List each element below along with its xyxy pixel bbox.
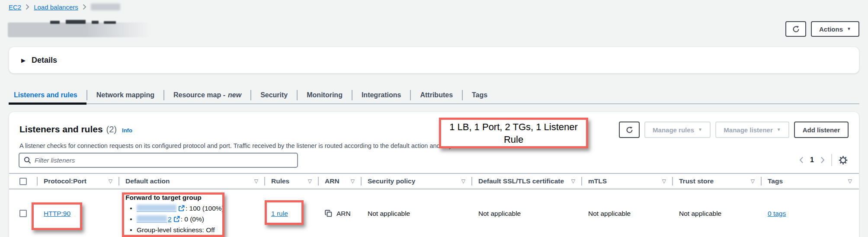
- sort-icon[interactable]: ▽: [659, 178, 666, 184]
- trust-store-value: Not applicable: [679, 210, 721, 217]
- tab-attributes[interactable]: Attributes: [411, 86, 462, 104]
- tab-bar: Listeners and rules Network mapping Reso…: [9, 86, 859, 104]
- target-group-item: • : 100 (100%): [125, 203, 258, 214]
- actions-button-label: Actions: [819, 26, 843, 33]
- target-group-weight: : 100 (100%): [186, 205, 224, 212]
- tab-monitoring[interactable]: Monitoring: [298, 86, 352, 104]
- target-group-link-redacted[interactable]: [137, 205, 176, 212]
- pagination: 1: [799, 154, 848, 166]
- refresh-button[interactable]: [785, 21, 806, 37]
- mtls-value: Not applicable: [588, 210, 631, 217]
- details-title: Details: [32, 56, 57, 65]
- sort-icon[interactable]: ▽: [458, 178, 465, 184]
- column-header-rules: Rules: [271, 177, 289, 185]
- chevron-down-icon: ▼: [698, 128, 702, 132]
- sort-icon[interactable]: ▽: [747, 178, 755, 184]
- refresh-icon: [792, 26, 800, 33]
- filter-listeners-box: [19, 153, 298, 168]
- tab-resource-map[interactable]: Resource map -new: [164, 86, 250, 104]
- column-header-trust-store: Trust store: [679, 177, 714, 185]
- tab-integrations[interactable]: Integrations: [352, 86, 410, 104]
- new-badge: new: [228, 91, 241, 99]
- forward-heading: Forward to target group: [125, 194, 258, 202]
- sort-icon[interactable]: ▽: [568, 178, 575, 184]
- breadcrumb-link-ec2[interactable]: EC2: [9, 3, 21, 11]
- ssl-certificate-value: Not applicable: [478, 210, 521, 217]
- previous-page-icon[interactable]: [799, 157, 804, 163]
- filter-listeners-input[interactable]: [35, 157, 293, 164]
- add-listener-button[interactable]: Add listener: [794, 122, 849, 138]
- details-expander[interactable]: ▶ Details: [9, 47, 859, 74]
- listeners-table: Protocol:Port▽ Default action▽ Rules▽ AR…: [9, 173, 859, 237]
- search-icon: [24, 157, 31, 164]
- security-policy-value: Not applicable: [368, 210, 410, 217]
- column-header-default-action: Default action: [125, 177, 170, 185]
- sort-icon[interactable]: ▽: [304, 178, 312, 184]
- sort-icon[interactable]: ▽: [251, 178, 258, 184]
- column-header-ssl-certificate: Default SSL/TLS certificate: [478, 177, 564, 185]
- expand-arrow-icon: ▶: [21, 57, 26, 64]
- panel-buttons: Manage rules ▼ Manage listener ▼ Add lis…: [619, 122, 849, 138]
- listeners-panel: Listeners and rules (2) Info Manage rule…: [9, 112, 859, 237]
- tab-listeners-and-rules[interactable]: Listeners and rules: [9, 86, 86, 104]
- stickiness-item: • Group-level stickiness: Off: [125, 224, 258, 235]
- breadcrumb-link-load-balancers[interactable]: Load balancers: [34, 3, 78, 11]
- row-checkbox[interactable]: [19, 210, 27, 217]
- target-group-link-redacted[interactable]: [137, 215, 167, 223]
- breadcrumb: EC2 Load balancers: [9, 2, 120, 12]
- table-header-row: Protocol:Port▽ Default action▽ Rules▽ AR…: [9, 173, 859, 189]
- manage-listener-button[interactable]: Manage listener ▼: [715, 122, 789, 138]
- chevron-down-icon: ▼: [777, 128, 781, 132]
- target-group-weight: : 0 (0%): [181, 215, 204, 223]
- chevron-right-icon: [26, 4, 29, 10]
- listener-link-http90[interactable]: HTTP:90: [44, 210, 70, 217]
- column-header-protocol-port: Protocol:Port: [44, 177, 86, 185]
- chevron-down-icon: ▼: [847, 27, 851, 31]
- panel-title-row: Listeners and rules (2) Info: [19, 122, 132, 135]
- target-group-name-suffix[interactable]: 2: [168, 215, 172, 223]
- copy-arn-icon[interactable]: [325, 210, 332, 217]
- tab-tags[interactable]: Tags: [463, 86, 496, 104]
- refresh-listeners-button[interactable]: [619, 122, 640, 138]
- sort-icon[interactable]: ▽: [105, 178, 112, 184]
- column-header-security-policy: Security policy: [368, 177, 415, 185]
- tab-security[interactable]: Security: [251, 86, 297, 104]
- page-title-redacted: [8, 22, 157, 37]
- rules-link[interactable]: 1 rule: [271, 210, 288, 217]
- panel-description: A listener checks for connection request…: [19, 142, 498, 149]
- default-action-cell: Forward to target group • : 100 (100%) •…: [119, 189, 265, 235]
- pagination-divider: [831, 154, 832, 166]
- settings-gear-icon[interactable]: [839, 156, 848, 165]
- external-link-icon: [173, 216, 180, 222]
- arn-label: ARN: [336, 210, 351, 218]
- breadcrumb-redacted-name: [91, 3, 120, 10]
- column-header-tags: Tags: [768, 177, 783, 185]
- manage-rules-button[interactable]: Manage rules ▼: [644, 122, 711, 138]
- panel-title: Listeners and rules: [19, 124, 103, 135]
- external-link-icon: [178, 205, 185, 211]
- column-header-mtls: mTLS: [588, 177, 607, 185]
- tab-network-mapping[interactable]: Network mapping: [87, 86, 163, 104]
- actions-button[interactable]: Actions ▼: [811, 21, 859, 37]
- next-page-icon[interactable]: [820, 157, 825, 163]
- listener-count: (2): [106, 125, 117, 135]
- page-number[interactable]: 1: [810, 156, 814, 164]
- sort-icon[interactable]: ▽: [347, 178, 355, 184]
- table-row: HTTP:90 Forward to target group • : 100 …: [9, 189, 859, 237]
- chevron-right-icon: [83, 4, 86, 10]
- target-group-item: • 2 : 0 (0%): [125, 214, 258, 224]
- column-header-arn: ARN: [325, 177, 340, 185]
- info-link[interactable]: Info: [122, 127, 132, 134]
- tags-link[interactable]: 0 tags: [768, 210, 786, 217]
- refresh-icon: [626, 126, 633, 134]
- stickiness-label: Group-level stickiness: Off: [137, 226, 215, 234]
- page-header-actions: Actions ▼: [785, 21, 859, 37]
- sort-icon[interactable]: ▽: [845, 178, 852, 184]
- select-all-checkbox[interactable]: [19, 178, 27, 185]
